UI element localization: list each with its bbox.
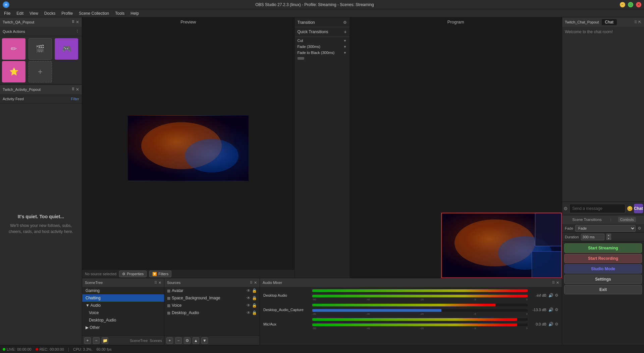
source-voice-name: Voice <box>172 303 245 308</box>
quick-actions-menu[interactable]: ⋮ <box>75 29 79 34</box>
transition-fade[interactable]: Fade (300ms) ▼ <box>295 44 350 50</box>
start-recording-btn[interactable]: Start Recording <box>564 254 642 263</box>
chat-title-area: Twitch_Chat_Popout Chat <box>565 19 617 25</box>
duration-up[interactable]: ▲ <box>606 234 611 237</box>
filters-btn[interactable]: 🔽 Filters <box>149 271 171 277</box>
duration-label: Duration <box>565 235 579 239</box>
rec-indicator <box>36 348 38 351</box>
audio-desktop-gear[interactable]: ⚙ <box>555 293 558 298</box>
start-streaming-btn[interactable]: Start Streaming <box>564 243 642 253</box>
scene-gaming[interactable]: Gaming <box>82 287 164 294</box>
audio-capture-blue <box>312 309 441 312</box>
menu-help[interactable]: Help <box>128 10 142 16</box>
scene-folder-btn[interactable]: 📁 <box>102 337 108 344</box>
audio-mic-meter2 <box>312 323 528 326</box>
source-remove-btn[interactable]: − <box>175 337 182 344</box>
transition-select[interactable]: Fade Cut Fade to Black <box>575 225 636 232</box>
chat-input[interactable] <box>569 204 626 213</box>
menu-edit[interactable]: Edit <box>14 10 26 16</box>
chat-expand[interactable]: ⇱ <box>638 20 641 24</box>
close-button[interactable]: ✕ <box>636 2 641 7</box>
transition-slider[interactable] <box>298 57 304 60</box>
audio-mic-gear[interactable]: ⚙ <box>555 322 558 327</box>
audio-mixer-title: Audio Mixer <box>263 281 282 285</box>
studio-mode-btn[interactable]: Studio Mode <box>564 264 642 274</box>
qa-btn-star[interactable]: ⭐ <box>2 61 25 82</box>
chat-send-btn[interactable]: Chat <box>634 204 643 213</box>
menu-view[interactable]: View <box>27 10 41 16</box>
audio-mixer-close[interactable]: ✕ <box>556 281 559 285</box>
sources-close[interactable]: ✕ <box>254 281 257 285</box>
source-down-btn[interactable]: ▼ <box>201 337 208 344</box>
duration-input[interactable] <box>581 234 604 240</box>
qa-btn-pencil[interactable]: ✏ <box>2 38 25 60</box>
audio-capture-gear[interactable]: ⚙ <box>555 307 558 312</box>
titlebar-controls: − □ ✕ <box>620 2 641 7</box>
chat-settings-icon[interactable]: ⚙ <box>564 206 568 211</box>
properties-icon: ⚙ <box>122 272 125 276</box>
audio-desktop-meter1 <box>312 289 528 292</box>
source-bg-lock[interactable]: 🔒 <box>252 296 257 300</box>
menu-docks[interactable]: Docks <box>42 10 58 16</box>
chat-tab[interactable]: Chat <box>602 19 617 25</box>
source-voice[interactable]: ▦ Voice 👁 🔒 <box>164 302 260 309</box>
scene-desktop-audio[interactable]: Desktop_Audio <box>82 316 164 324</box>
source-gear-btn[interactable]: ⚙ <box>184 337 191 344</box>
audio-capture-speaker[interactable]: 🔊 <box>548 307 553 312</box>
scenes-footer-label: Scenes <box>150 339 162 343</box>
qa-popout-close[interactable]: ✕ <box>76 20 79 24</box>
chat-emoji-icon[interactable]: 😊 <box>627 206 633 211</box>
activity-feed-title: Activity Feed <box>3 97 24 101</box>
exit-btn[interactable]: Exit <box>564 285 642 294</box>
transition-gear-icon[interactable]: ⚙ <box>343 20 347 25</box>
st-gear-icon[interactable]: ⚙ <box>638 226 641 231</box>
qa-btn-controller[interactable]: 🎮 <box>55 38 78 60</box>
activity-popout-close[interactable]: ✕ <box>76 87 79 92</box>
activity-filter-btn[interactable]: Filter <box>71 97 79 101</box>
qa-btn-clapboard[interactable]: 🎬 <box>29 38 52 60</box>
transition-fade-black[interactable]: Fade to Black (300ms) ▼ <box>295 50 350 56</box>
audio-mic-ticks: -60-40-20-90 <box>312 327 528 330</box>
settings-btn[interactable]: Settings <box>564 275 642 284</box>
source-da-lock[interactable]: 🔒 <box>252 310 257 315</box>
scene-voice[interactable]: Voice <box>82 309 164 316</box>
menu-tools[interactable]: Tools <box>112 10 127 16</box>
source-avatar[interactable]: ▦ Avatar 👁 🔒 <box>164 287 260 294</box>
properties-btn[interactable]: ⚙ Properties <box>119 271 147 277</box>
source-add-btn[interactable]: + <box>166 337 173 344</box>
audio-desktop-speaker[interactable]: 🔊 <box>548 293 553 298</box>
qa-btn-add[interactable]: + <box>29 61 52 82</box>
source-bg-image[interactable]: ▦ Space_Background_Image 👁 🔒 <box>164 294 260 302</box>
source-voice-lock[interactable]: 🔒 <box>252 303 257 308</box>
scene-audio-group[interactable]: ▼ Audio <box>82 302 164 309</box>
maximize-button[interactable]: □ <box>628 2 633 7</box>
scene-tree-panel: SceneTree ⠿ ✕ Gaming Chatting ▼ Audio Vo… <box>82 278 164 345</box>
menu-file[interactable]: File <box>1 10 13 16</box>
scene-chatting[interactable]: Chatting <box>82 294 164 302</box>
audio-mic-speaker[interactable]: 🔊 <box>548 322 553 327</box>
transition-cut[interactable]: Cut ▼ <box>295 38 350 44</box>
menu-scene-collection[interactable]: Scene Collection <box>76 10 112 16</box>
duration-down[interactable]: ▼ <box>606 237 611 240</box>
scene-tree-close[interactable]: ✕ <box>158 281 161 285</box>
source-da-eye[interactable]: 👁 <box>247 310 251 315</box>
source-avatar-lock[interactable]: 🔒 <box>252 288 257 293</box>
controls-header-btn[interactable]: Controls <box>618 217 636 222</box>
scene-transitions-header-btn[interactable]: Scene Transitions <box>570 217 603 222</box>
minimize-button[interactable]: − <box>620 2 625 7</box>
sources-title: Sources <box>167 281 180 285</box>
qt-add-btn[interactable]: + <box>344 29 346 35</box>
source-bg-eye[interactable]: 👁 <box>247 296 251 300</box>
scene-add-btn[interactable]: + <box>84 337 91 344</box>
scene-transitions-row: Fade Fade Cut Fade to Black ⚙ <box>562 224 644 233</box>
audio-capture-meter2 <box>312 309 528 312</box>
source-voice-eye[interactable]: 👁 <box>247 303 251 308</box>
source-avatar-eye[interactable]: 👁 <box>247 288 251 293</box>
scene-remove-btn[interactable]: − <box>93 337 100 344</box>
activity-panel: Twitch_Activity_Popout ⠿ ✕ Activity Feed… <box>0 85 82 345</box>
source-desktop-audio[interactable]: ▦ Desktop_Audio 👁 🔒 <box>164 309 260 316</box>
scene-other-group[interactable]: ▶ Other <box>82 324 164 331</box>
source-up-btn[interactable]: ▲ <box>193 337 199 344</box>
menu-profile[interactable]: Profile <box>59 10 75 16</box>
quick-actions-header: Quick Actions ⋮ <box>0 27 82 36</box>
